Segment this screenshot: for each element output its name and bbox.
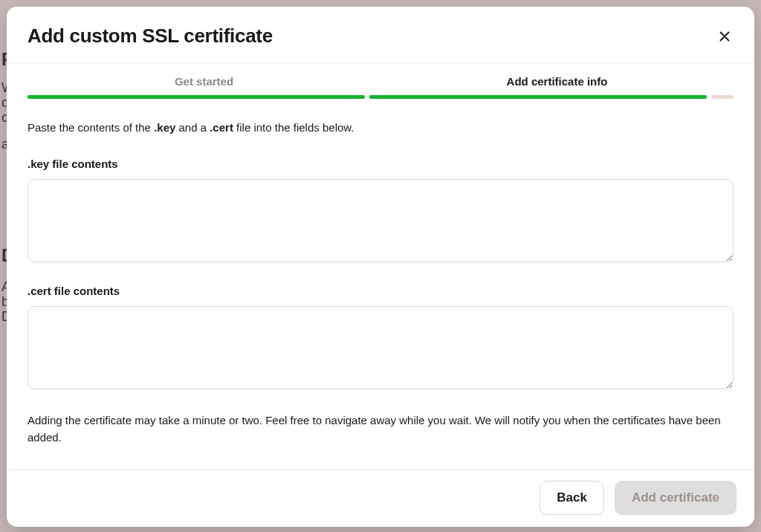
hint-text: Adding the certificate may take a minute… — [27, 412, 734, 447]
cert-file-group: .cert file contents — [27, 285, 734, 392]
cert-file-label: .cert file contents — [27, 285, 734, 297]
close-icon — [719, 30, 731, 42]
modal-body: Paste the contents of the .key and a .ce… — [7, 99, 754, 470]
modal-header: Add custom SSL certificate — [7, 7, 754, 63]
key-file-group: .key file contents — [27, 158, 734, 265]
instruction-text: Paste the contents of the .key and a .ce… — [27, 120, 734, 137]
tab-add-certificate-info[interactable]: Add certificate info — [380, 63, 734, 95]
tab-get-started[interactable]: Get started — [27, 63, 380, 95]
modal-footer: Back Add certificate — [7, 470, 754, 527]
ssl-certificate-modal: Add custom SSL certificate Get started A… — [7, 7, 754, 527]
add-certificate-button[interactable]: Add certificate — [615, 481, 736, 515]
key-file-label: .key file contents — [27, 158, 734, 170]
key-file-textarea[interactable] — [27, 179, 734, 262]
close-button[interactable] — [716, 27, 734, 45]
modal-title: Add custom SSL certificate — [27, 25, 273, 48]
cert-file-textarea[interactable] — [27, 306, 734, 389]
back-button[interactable]: Back — [540, 481, 604, 515]
step-tabs: Get started Add certificate info — [7, 63, 754, 95]
